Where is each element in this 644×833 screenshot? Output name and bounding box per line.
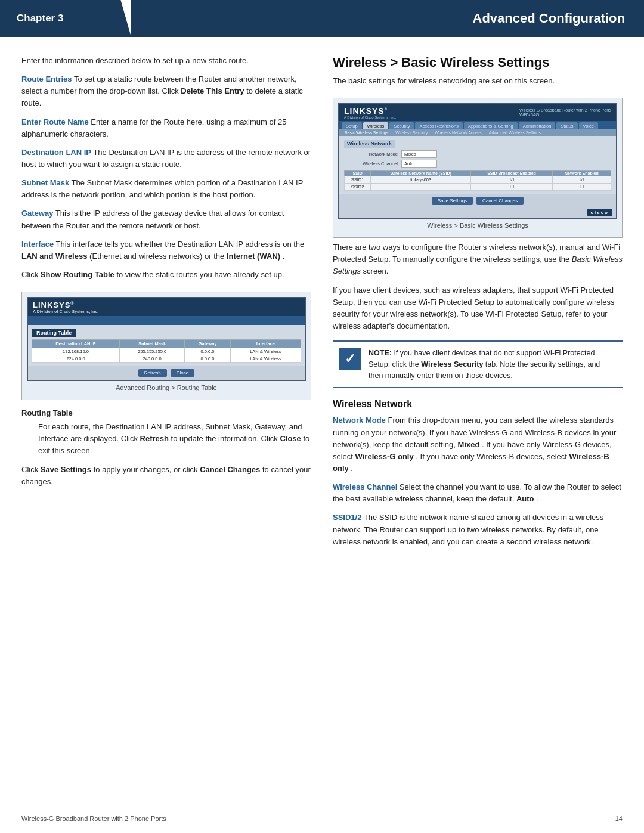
routing-table-heading: Routing Table — [21, 408, 311, 417]
ws-channel-row: Wireless Channel Auto — [344, 160, 611, 168]
rt-btn-row: Refresh Close — [28, 366, 305, 380]
rt-gw-2: 0.0.0.0 — [185, 355, 231, 363]
subnet-mask-label: Subnet Mask — [21, 178, 69, 187]
main-content: Enter the information described below to… — [0, 37, 644, 572]
ws-network-mode-value: Mixed — [401, 150, 437, 158]
checkmark-icon: ✓ — [345, 351, 355, 367]
page-title: Advanced Configuration — [131, 0, 644, 37]
table-row: SSID1 linksys003 ☑ ☑ — [345, 176, 611, 184]
ws-top-bar: LINKSYS® A Division of Cisco Systems, In… — [339, 104, 616, 121]
wireless-network-heading: Wireless Network — [333, 399, 623, 410]
note-text: NOTE: If you have client devices that do… — [369, 348, 617, 381]
ws-col-enabled: Network Enabled — [552, 171, 611, 176]
routing-table-screenshot: LINKSYS® A Division of Cisco Systems, In… — [27, 297, 306, 381]
rt-col-iface: Interface — [230, 340, 301, 348]
destination-lan-ip-label: Destination LAN IP — [21, 148, 91, 157]
routing-table: Destination LAN IP Subnet Mask Gateway I… — [32, 339, 301, 363]
wireless-intro: The basic settings for wireless networki… — [333, 75, 623, 87]
ws-linksys-logo: LINKSYS® — [344, 106, 396, 116]
wireless-screenshot-box: LINKSYS® A Division of Cisco Systems, In… — [333, 98, 623, 238]
save-settings-para: Click Save Settings to apply your change… — [21, 464, 311, 488]
sub-tab-advanced[interactable]: Advanced Wireless Settings — [486, 130, 544, 135]
enter-route-name-para: Enter Route Name Enter a name for the Ro… — [21, 116, 311, 140]
sub-tab-basic[interactable]: Basic Wireless Settings — [342, 130, 391, 135]
chapter-text: Chapter 3 — [17, 13, 63, 24]
ws-network-mode-label: Network Mode — [344, 151, 398, 157]
ws-col-broadcast: SSID Broadcast Enabled — [471, 171, 553, 176]
wireless-channel-para: Wireless Channel Select the channel you … — [333, 481, 623, 505]
ws-col-name: Wireless Network Name (SSID) — [371, 171, 471, 176]
tab-voice[interactable]: Voice — [579, 122, 598, 129]
enter-route-name-label: Enter Route Name — [21, 117, 89, 126]
network-mode-para: Network Mode From this drop-down menu, y… — [333, 414, 623, 475]
table-row: 192.168.15.0 255.255.255.0 0.0.0.0 LAN &… — [32, 348, 301, 355]
rt-section-label: Routing Table — [32, 329, 76, 337]
note-icon: ✓ — [339, 348, 361, 370]
close-button[interactable]: Close — [171, 369, 194, 377]
wireless-screenshot-caption: Wireless > Basic Wireless Settings — [427, 222, 528, 229]
ws-cisco-logo: cisco — [339, 207, 616, 218]
rt-gw-1: 0.0.0.0 — [185, 348, 231, 355]
left-column: Enter the information described below to… — [21, 55, 311, 555]
ws-broadcast-2: ☐ — [471, 184, 553, 191]
tab-wireless[interactable]: Wireless — [363, 122, 389, 129]
ws-channel-value: Auto — [401, 160, 437, 168]
title-text: Advanced Configuration — [473, 11, 625, 26]
rt-linksys-sub: A Division of Cisco Systems, Inc. — [33, 309, 98, 314]
rt-col-dest: Destination LAN IP — [32, 340, 120, 348]
ws-body: Wireless Network Network Mode Mixed Wire… — [339, 136, 616, 194]
sub-tab-security[interactable]: Wireless Security — [392, 130, 431, 135]
ws-ssid-2: SSID2 — [345, 184, 371, 191]
ws-save-row: Save Settings Cancel Changes — [339, 194, 616, 207]
rt-nav-bar — [28, 316, 305, 325]
ws-section-label: Wireless Network — [344, 140, 395, 148]
rt-iface-1: LAN & Wireless — [230, 348, 301, 355]
ws-enabled-1: ☑ — [552, 176, 611, 184]
wireless-section-title: Wireless > Basic Wireless Settings — [333, 55, 623, 70]
show-routing-para: Click Show Routing Table to view the sta… — [21, 269, 311, 281]
wireless-channel-label: Wireless Channel — [333, 482, 397, 491]
rt-table-section: Routing Table Destination LAN IP Subnet … — [28, 325, 305, 366]
tab-status[interactable]: Status — [556, 122, 577, 129]
route-entries-para: Route Entries To set up a static route b… — [21, 73, 311, 109]
save-settings-button[interactable]: Save Settings — [432, 197, 473, 205]
ssid-para: SSID1/2 The SSID is the network name sha… — [333, 512, 623, 547]
gateway-para: Gateway This is the IP address of the ga… — [21, 208, 311, 231]
cancel-changes-button[interactable]: Cancel Changes — [476, 197, 524, 205]
ws-ssid-1: SSID1 — [345, 176, 371, 184]
rt-linksys-logo: LINKSYS® — [33, 301, 98, 309]
footer-right: 14 — [615, 815, 623, 822]
rt-dest-2: 224.0.0.0 — [32, 355, 120, 363]
page-header: Chapter 3 Advanced Configuration — [0, 0, 644, 37]
tab-security[interactable]: Security — [389, 122, 414, 129]
table-row: 224.0.0.0 240.0.0.0 0.0.0.0 LAN & Wirele… — [32, 355, 301, 363]
ws-channel-label: Wireless Channel — [344, 161, 398, 166]
destination-lan-ip-para: Destination LAN IP The Destination LAN I… — [21, 147, 311, 171]
config-para: There are two ways to configure the Rout… — [333, 241, 623, 277]
refresh-button[interactable]: Refresh — [138, 369, 167, 377]
tab-setup[interactable]: Setup — [342, 122, 362, 129]
tab-administration[interactable]: Administration — [519, 122, 556, 129]
rt-mask-2: 240.0.0.0 — [119, 355, 184, 363]
table-row: SSID2 ☐ ☐ — [345, 184, 611, 191]
page-footer: Wireless-G Broadband Router with 2 Phone… — [0, 810, 644, 822]
routing-table-body: For each route, the Destination LAN IP a… — [21, 421, 311, 457]
interface-label: Interface — [21, 240, 54, 249]
ws-linksys-sub: A Division of Cisco Systems, Inc. — [344, 116, 396, 119]
rt-dest-1: 192.168.15.0 — [32, 348, 120, 355]
route-entries-label: Route Entries — [21, 75, 72, 83]
ws-model: WRV54G — [519, 112, 611, 117]
rt-col-mask: Subnet Mask — [119, 340, 184, 348]
routing-table-screenshot-box: LINKSYS® A Division of Cisco Systems, In… — [21, 292, 311, 400]
sub-tab-network-access[interactable]: Wireless Network Access — [432, 130, 485, 135]
rt-header-bar: LINKSYS® A Division of Cisco Systems, In… — [28, 298, 305, 316]
ws-col-ssid: SSID — [345, 171, 371, 176]
tab-access-restrictions[interactable]: Access Restrictions — [415, 122, 462, 129]
ssid-label: SSID1/2 — [333, 513, 361, 522]
client-para: If you have client devices, such as wire… — [333, 284, 623, 333]
subnet-mask-para: Subnet Mask The Subnet Mask determines w… — [21, 177, 311, 201]
wireless-screenshot: LINKSYS® A Division of Cisco Systems, In… — [338, 103, 617, 219]
tab-applications[interactable]: Applications & Gaming — [464, 122, 518, 129]
routing-table-caption: Advanced Routing > Routing Table — [116, 384, 217, 391]
ws-enabled-2: ☐ — [552, 184, 611, 191]
